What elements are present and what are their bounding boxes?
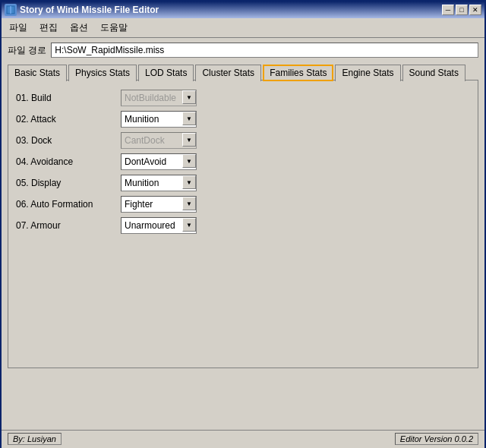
armour-row: 07. Armour Unarmoured Light Medium Heavy…: [16, 217, 470, 234]
avoidance-select-wrapper: DontAvoid Avoid ▼: [121, 153, 197, 170]
status-author: By: Lusiyan: [8, 433, 62, 445]
build-label: 01. Build: [16, 93, 115, 103]
status-version: Editor Version 0.0.2: [395, 433, 478, 445]
close-button[interactable]: ✕: [469, 5, 481, 15]
title-bar: Story of Wind Missile File Editor ─ □ ✕: [2, 2, 484, 18]
avoidance-row: 04. Avoidance DontAvoid Avoid ▼: [16, 153, 470, 170]
menu-bar: 파일 편집 옵션 도움말: [2, 18, 484, 38]
file-path-input[interactable]: [51, 43, 478, 58]
armour-select-wrapper: Unarmoured Light Medium Heavy ▼: [121, 217, 197, 234]
status-bar: By: Lusiyan Editor Version 0.0.2: [2, 430, 484, 446]
dock-label: 03. Dock: [16, 135, 115, 146]
auto-formation-label: 06. Auto Formation: [16, 199, 115, 210]
window-body: 파일 경로 Basic Stats Physics Stats LOD Stat…: [2, 38, 484, 448]
tab-cluster-stats[interactable]: Cluster Stats: [195, 65, 261, 81]
minimize-button[interactable]: ─: [442, 5, 454, 15]
app-icon: [5, 4, 17, 16]
auto-formation-row: 06. Auto Formation Fighter None Ship ▼: [16, 196, 470, 213]
file-path-row: 파일 경로: [8, 43, 478, 58]
dock-row: 03. Dock CantDock CanDock ▼: [16, 132, 470, 149]
auto-formation-select-wrapper: Fighter None Ship ▼: [121, 196, 197, 213]
families-stats-panel: 01. Build NotBuildable Buildable ▼ 02. A…: [8, 80, 478, 368]
dock-select[interactable]: CantDock CanDock: [121, 132, 197, 149]
display-label: 05. Display: [16, 178, 115, 188]
tab-basic-stats[interactable]: Basic Stats: [8, 65, 67, 81]
armour-label: 07. Armour: [16, 220, 115, 231]
avoidance-label: 04. Avoidance: [16, 156, 115, 167]
file-path-label: 파일 경로: [8, 44, 46, 57]
menu-help[interactable]: 도움말: [96, 20, 132, 36]
tab-sound-stats[interactable]: Sound Stats: [402, 65, 465, 81]
avoidance-select[interactable]: DontAvoid Avoid: [121, 153, 197, 170]
maximize-button[interactable]: □: [456, 5, 468, 15]
tab-families-stats[interactable]: Families Stats: [263, 65, 333, 81]
window-title: Story of Wind Missile File Editor: [20, 5, 159, 15]
tabs-container: Basic Stats Physics Stats LOD Stats Clus…: [8, 64, 478, 80]
window-controls: ─ □ ✕: [442, 5, 481, 15]
tab-engine-stats[interactable]: Engine Stats: [335, 65, 400, 81]
armour-select[interactable]: Unarmoured Light Medium Heavy: [121, 217, 197, 234]
dock-select-wrapper: CantDock CanDock ▼: [121, 132, 197, 149]
auto-formation-select[interactable]: Fighter None Ship: [121, 196, 197, 213]
build-select[interactable]: NotBuildable Buildable: [121, 90, 197, 106]
tab-physics-stats[interactable]: Physics Stats: [68, 65, 137, 81]
display-select-wrapper: Munition Fighter Ship ▼: [121, 175, 197, 191]
display-select[interactable]: Munition Fighter Ship: [121, 175, 197, 191]
attack-row: 02. Attack Munition Fighter DontAttack ▼: [16, 111, 470, 128]
build-row: 01. Build NotBuildable Buildable ▼: [16, 90, 470, 106]
attack-select-wrapper: Munition Fighter DontAttack ▼: [121, 111, 197, 128]
attack-label: 02. Attack: [16, 114, 115, 125]
menu-edit[interactable]: 편집: [35, 20, 62, 36]
tab-lod-stats[interactable]: LOD Stats: [138, 65, 194, 81]
menu-options[interactable]: 옵션: [65, 20, 93, 36]
build-select-wrapper: NotBuildable Buildable ▼: [121, 90, 197, 106]
attack-select[interactable]: Munition Fighter DontAttack: [121, 111, 197, 128]
menu-file[interactable]: 파일: [5, 20, 32, 36]
display-row: 05. Display Munition Fighter Ship ▼: [16, 175, 470, 191]
